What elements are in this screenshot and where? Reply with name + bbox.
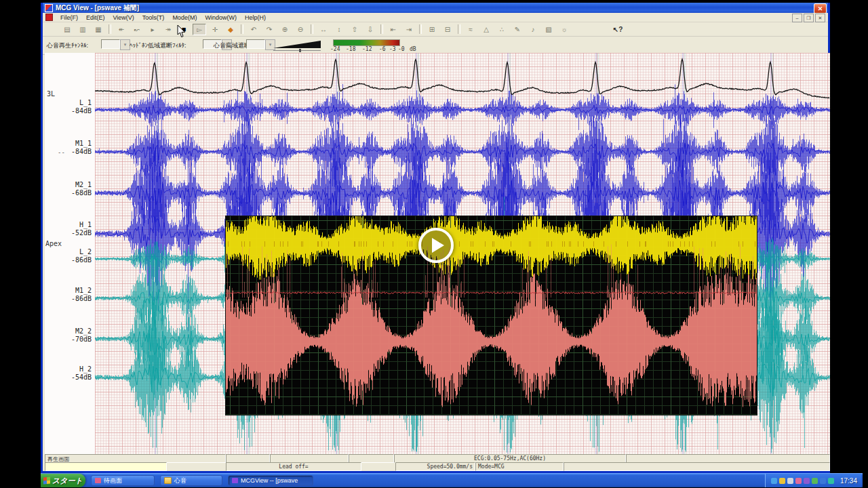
menu-bar-items: File(F)Edit(E)View(V)Tools(T)Mode(M)Wind… bbox=[56, 14, 270, 21]
tray-icon-8[interactable] bbox=[828, 478, 834, 484]
tray-icon-7[interactable] bbox=[820, 478, 826, 484]
spectrum-icon[interactable]: △ bbox=[479, 24, 493, 35]
window-title: MCG View - [pswave 補間] bbox=[56, 3, 139, 13]
menu-tools[interactable]: Tools(T) bbox=[138, 14, 169, 21]
mdi-minimize-button[interactable]: – bbox=[792, 14, 802, 22]
system-tray: 17:34 bbox=[765, 474, 861, 487]
video-overlay bbox=[226, 216, 757, 415]
taskbar-item[interactable]: 心音 bbox=[160, 475, 222, 486]
playback-channel-label: 心音再生ﾁｬﾝﾈﾙ: bbox=[47, 41, 88, 50]
zoom-out-icon[interactable]: ⊖ bbox=[294, 24, 307, 35]
tray-icon-2[interactable] bbox=[779, 478, 785, 484]
expand-y-icon[interactable]: ↕ bbox=[332, 24, 346, 35]
close-button[interactable]: ✕ bbox=[814, 3, 827, 14]
step-back-icon[interactable]: ↜ bbox=[130, 24, 144, 35]
undo-icon[interactable]: ↶ bbox=[247, 24, 260, 35]
taskbar-item-label: 待画面 bbox=[104, 476, 122, 485]
tray-icons bbox=[771, 478, 834, 484]
channel-group-label: 3L bbox=[47, 90, 55, 98]
save-icon[interactable]: ▥ bbox=[76, 24, 90, 35]
volume-slider-thumb[interactable] bbox=[299, 49, 301, 52]
marker-icon[interactable]: ◆ bbox=[224, 24, 237, 35]
combo-value bbox=[101, 39, 120, 49]
menu-mode[interactable]: Mode(M) bbox=[168, 14, 201, 21]
play-icon[interactable]: ▸ bbox=[146, 24, 159, 35]
menu-help[interactable]: Help(H) bbox=[241, 14, 270, 21]
menu-bar: File(F)Edit(E)View(V)Tools(T)Mode(M)Wind… bbox=[43, 13, 828, 22]
highcut-select[interactable]: ▾ bbox=[246, 39, 275, 49]
menu-file[interactable]: File(F) bbox=[56, 14, 82, 21]
level-meter bbox=[333, 39, 400, 46]
hand-icon[interactable]: ✛ bbox=[208, 24, 222, 35]
meter-tick: -12 bbox=[362, 46, 372, 52]
menu-window[interactable]: Window(W) bbox=[201, 14, 241, 21]
windows-logo-icon bbox=[43, 477, 50, 485]
taskbar-item[interactable]: MCGView -- [pswave bbox=[228, 475, 313, 486]
grid-icon[interactable]: ⊞ bbox=[425, 24, 439, 35]
channel-name: L_2 bbox=[79, 248, 92, 256]
channel-level: -84dB bbox=[71, 148, 92, 155]
page-left-icon[interactable]: ⇤ bbox=[387, 24, 400, 35]
annotate-icon[interactable]: ✎ bbox=[511, 24, 524, 35]
channel-name: H_1 bbox=[79, 221, 92, 228]
play-button[interactable] bbox=[418, 228, 454, 263]
tray-icon-4[interactable] bbox=[795, 478, 802, 484]
toolbar-separator bbox=[380, 24, 383, 34]
channel-name: M1_1 bbox=[75, 140, 92, 147]
measure-icon[interactable]: ∴ bbox=[495, 24, 509, 35]
volume-wedge-icon bbox=[273, 41, 321, 48]
open-icon[interactable]: ▤ bbox=[60, 24, 74, 35]
meter-tick: -24 bbox=[330, 46, 340, 52]
mdi-restore-button[interactable]: ❐ bbox=[804, 14, 814, 22]
video-frame-canvas bbox=[226, 216, 757, 415]
toolbar-separator bbox=[241, 24, 243, 34]
channel-name: L_1 bbox=[79, 99, 92, 106]
status-cell: Lead off= bbox=[226, 462, 361, 471]
mdi-close-button[interactable]: ✕ bbox=[815, 14, 825, 22]
tray-icon-5[interactable] bbox=[804, 478, 810, 484]
clock: 17:34 bbox=[840, 477, 857, 485]
print-icon[interactable]: ▦ bbox=[92, 24, 105, 35]
folder-icon bbox=[164, 477, 172, 484]
expand-x-icon[interactable]: ↔ bbox=[317, 24, 330, 35]
volume-slider-track[interactable] bbox=[273, 50, 321, 51]
channel-level: -54dB bbox=[71, 373, 92, 381]
app-window: MCG View - [pswave 補間] ✕ File(F)Edit(E)V… bbox=[41, 3, 830, 473]
sound-icon[interactable]: ♪ bbox=[526, 24, 540, 35]
layout-icon[interactable]: ⊟ bbox=[441, 24, 454, 35]
combo-value bbox=[246, 39, 265, 49]
status-row-2: Lead off=Speed=50.0mm/sMode=MCG bbox=[45, 462, 830, 470]
channel-level: -70dB bbox=[71, 336, 92, 343]
status-cell bbox=[45, 462, 167, 471]
channel-level: -84dB bbox=[71, 107, 92, 115]
start-label: スタート bbox=[52, 476, 83, 486]
gain-up-icon[interactable]: ⇧ bbox=[348, 24, 361, 35]
report-icon[interactable]: ▧ bbox=[542, 24, 555, 35]
tray-icon-6[interactable] bbox=[812, 478, 818, 484]
status-row-1: 再生画面ECG:0.05-75Hz,AC(60Hz) bbox=[45, 454, 830, 462]
meter-tick: -18 bbox=[346, 46, 355, 52]
context-help-icon[interactable]: ↖? bbox=[611, 24, 625, 35]
status-cell: Speed=50.0mm/s bbox=[395, 462, 475, 471]
redo-icon[interactable]: ↷ bbox=[262, 24, 276, 35]
settings-icon[interactable]: ☼ bbox=[557, 24, 571, 35]
forward-icon[interactable]: ↠ bbox=[161, 24, 175, 35]
start-button[interactable]: スタート bbox=[41, 474, 85, 487]
menu-edit[interactable]: Edit(E) bbox=[82, 14, 109, 21]
taskbar-item-label: MCGView -- [pswave bbox=[241, 477, 298, 484]
filter-icon[interactable]: ≈ bbox=[464, 24, 477, 35]
taskbar-item[interactable]: 待画面 bbox=[91, 475, 155, 486]
menu-view[interactable]: View(V) bbox=[109, 14, 138, 21]
chevron-down-icon[interactable]: ▾ bbox=[120, 39, 130, 50]
zoom-in-icon[interactable]: ⊕ bbox=[278, 24, 292, 35]
playback-channel-select[interactable]: ▾ bbox=[101, 39, 130, 49]
channel-level: -86dB bbox=[71, 256, 92, 264]
tray-icon-1[interactable] bbox=[771, 478, 777, 484]
status-cell bbox=[564, 462, 830, 471]
rewind-icon[interactable]: ↞ bbox=[115, 24, 128, 35]
tray-icon-3[interactable] bbox=[787, 478, 793, 484]
meter-tick: -6 bbox=[379, 46, 386, 52]
page-right-icon[interactable]: ⇥ bbox=[402, 24, 416, 35]
gain-down-icon[interactable]: ⇩ bbox=[363, 24, 377, 35]
pointer-icon[interactable]: ▻ bbox=[193, 24, 206, 35]
